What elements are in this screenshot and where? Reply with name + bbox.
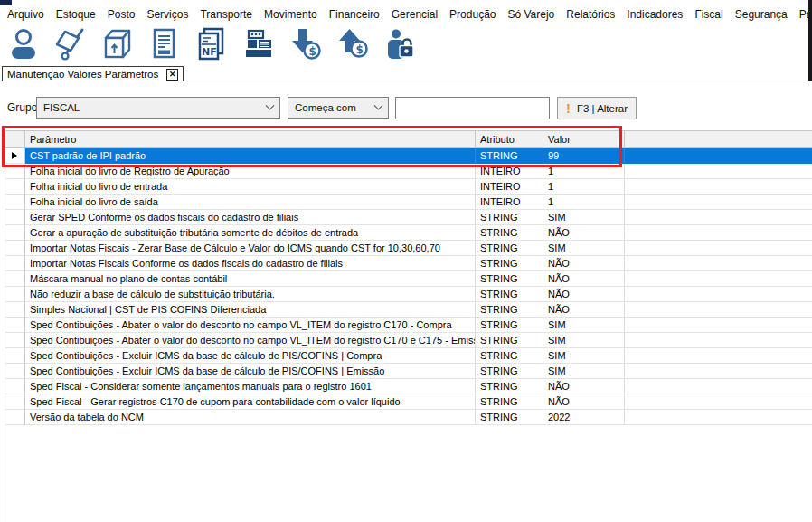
value-cell: NÃO bbox=[543, 287, 625, 302]
menu-item[interactable]: Produção bbox=[449, 8, 496, 21]
value-cell: 1 bbox=[543, 179, 625, 195]
money-out-icon[interactable]: $ bbox=[334, 25, 371, 63]
table-row[interactable]: Versão da tabela do NCM STRING 2022 bbox=[5, 410, 812, 425]
value-cell: 99 bbox=[543, 148, 625, 164]
attr-cell: INTEIRO bbox=[476, 179, 543, 195]
table-row[interactable]: Sped Contibuições - Excluir ICMS da base… bbox=[5, 364, 812, 379]
menu-item[interactable]: Arquivo bbox=[7, 8, 44, 21]
attr-cell: STRING bbox=[476, 241, 543, 256]
svg-text:$: $ bbox=[308, 45, 316, 58]
row-indicator bbox=[5, 348, 25, 364]
attr-cell: STRING bbox=[476, 394, 543, 410]
row-indicator bbox=[5, 148, 25, 164]
row-indicator bbox=[5, 410, 25, 425]
filler-cell bbox=[625, 256, 812, 271]
menu-item[interactable]: Só Varejo bbox=[507, 8, 554, 21]
value-cell: SIM bbox=[543, 210, 625, 225]
attr-cell: STRING bbox=[476, 364, 543, 379]
table-row[interactable]: Sped Contibuições - Excluir ICMS da base… bbox=[5, 348, 812, 364]
column-header-parametro[interactable]: Parâmetro bbox=[25, 131, 476, 147]
chevron-down-icon bbox=[374, 100, 383, 109]
column-header-valor[interactable]: Valor bbox=[543, 131, 625, 147]
attr-cell: STRING bbox=[476, 210, 543, 225]
menu-item[interactable]: Movimento bbox=[264, 8, 317, 21]
column-header-atributo[interactable]: Atributo bbox=[476, 131, 543, 147]
parameters-grid: Parâmetro Atributo Valor CST padrão de I… bbox=[5, 130, 812, 522]
indicator-column-header bbox=[5, 131, 25, 147]
value-cell: SIM bbox=[543, 333, 625, 348]
table-row[interactable]: Sped Fiscal - Considerar somente lançame… bbox=[5, 379, 812, 394]
table-row[interactable]: Sped Fiscal - Gerar registros C170 de cu… bbox=[5, 394, 812, 410]
table-row[interactable]: Não reduzir a base de cálculo de substit… bbox=[5, 287, 812, 302]
attr-cell: STRING bbox=[476, 333, 543, 348]
invoice-icon[interactable] bbox=[146, 25, 183, 63]
cash-register-icon[interactable] bbox=[240, 25, 277, 63]
table-row[interactable]: CST padrão de IPI padrão STRING 99 bbox=[5, 148, 812, 164]
table-row[interactable]: Gerar a apuração de substituição tributá… bbox=[5, 225, 812, 241]
table-row[interactable]: Máscara manual no plano de contas contáb… bbox=[5, 271, 812, 287]
table-row[interactable]: Importar Notas Fiscais Conforme os dados… bbox=[5, 256, 812, 271]
match-mode-value: Começa com bbox=[295, 102, 356, 113]
filler-cell bbox=[625, 148, 812, 164]
menu-item[interactable]: Transporte bbox=[200, 8, 252, 21]
row-indicator bbox=[5, 379, 25, 394]
group-select[interactable]: FISCAL bbox=[36, 97, 280, 119]
menu-item[interactable]: Serviços bbox=[146, 8, 188, 21]
user-icon[interactable] bbox=[5, 25, 42, 63]
row-indicator bbox=[5, 256, 25, 271]
value-cell: NÃO bbox=[543, 271, 625, 287]
param-cell: Sped Contibuições - Excluir ICMS da base… bbox=[25, 348, 476, 364]
filler-cell bbox=[625, 364, 812, 379]
filler-cell bbox=[625, 225, 812, 241]
chevron-down-icon bbox=[266, 100, 275, 109]
match-mode-select[interactable]: Começa com bbox=[288, 97, 389, 119]
param-cell: Simples Nacional | CST de PIS COFINS Dif… bbox=[25, 302, 476, 318]
table-row[interactable]: Importar Notas Fiscais - Zerar Base de C… bbox=[5, 241, 812, 256]
table-row[interactable]: Sped Contibuições - Abater o valor do de… bbox=[5, 318, 812, 333]
tab-close-icon[interactable]: ✕ bbox=[166, 69, 178, 81]
svg-text:NF: NF bbox=[202, 46, 217, 58]
menu-item[interactable]: Indicadores bbox=[627, 8, 683, 21]
window-edge-strip bbox=[808, 0, 812, 81]
filler-cell bbox=[625, 195, 812, 210]
f3-alterar-button[interactable]: ! F3 | Alterar bbox=[557, 97, 637, 119]
row-indicator bbox=[5, 271, 25, 287]
menu-item[interactable]: Gerencial bbox=[392, 8, 438, 21]
table-row[interactable]: Folha inicial do livro de entrada INTEIR… bbox=[5, 179, 812, 195]
menu-item[interactable]: Relatórios bbox=[566, 8, 615, 21]
attr-cell: STRING bbox=[476, 271, 543, 287]
handtruck-icon[interactable] bbox=[52, 25, 89, 63]
search-input[interactable] bbox=[395, 97, 550, 119]
package-icon[interactable] bbox=[99, 25, 136, 63]
value-cell: NÃO bbox=[543, 379, 625, 394]
row-indicator bbox=[5, 164, 25, 179]
menu-item[interactable]: Segurança bbox=[735, 8, 788, 21]
table-row[interactable]: Gerar SPED Conforme os dados fiscais do … bbox=[5, 210, 812, 225]
row-selected-arrow-icon bbox=[12, 152, 17, 159]
tab-manutencao-valores-parametros[interactable]: Manutenção Valores Parâmetros ✕ bbox=[2, 66, 184, 81]
filler-cell bbox=[625, 287, 812, 302]
row-indicator bbox=[5, 179, 25, 195]
table-row[interactable]: Sped Contibuições - Abater o valor do de… bbox=[5, 333, 812, 348]
filler-cell bbox=[625, 379, 812, 394]
menu-item[interactable]: Financeiro bbox=[329, 8, 380, 21]
row-indicator bbox=[5, 287, 25, 302]
table-row[interactable]: Folha inicial do livro de saída INTEIRO … bbox=[5, 195, 812, 210]
menu-item[interactable]: Estoque bbox=[56, 8, 96, 21]
param-cell: Importar Notas Fiscais Conforme os dados… bbox=[25, 256, 476, 271]
nf-document-icon[interactable]: NF bbox=[193, 25, 230, 63]
filler-cell bbox=[625, 302, 812, 318]
menu-item[interactable]: Posto bbox=[108, 8, 136, 21]
param-cell: CST padrão de IPI padrão bbox=[25, 148, 476, 164]
table-row[interactable]: Simples Nacional | CST de PIS COFINS Dif… bbox=[5, 302, 812, 318]
menu-item[interactable]: Fiscal bbox=[694, 8, 722, 21]
grid-body: CST padrão de IPI padrão STRING 99 Folha… bbox=[5, 148, 812, 425]
param-cell: Sped Fiscal - Considerar somente lançame… bbox=[25, 379, 476, 394]
money-in-icon[interactable]: $ bbox=[287, 25, 324, 63]
row-indicator bbox=[5, 394, 25, 410]
column-header-filler bbox=[625, 131, 812, 147]
row-indicator bbox=[5, 302, 25, 318]
user-lock-icon[interactable] bbox=[381, 25, 418, 63]
table-row[interactable]: Folha inicial do livro de Registro de Ap… bbox=[5, 164, 812, 179]
attr-cell: STRING bbox=[476, 225, 543, 241]
